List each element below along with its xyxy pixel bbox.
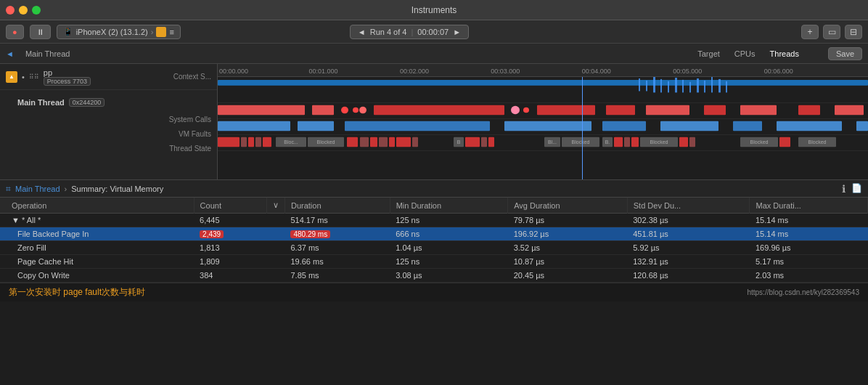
record-icon: ● [12, 28, 17, 36]
breadcrumb-mainthread[interactable]: Main Thread [15, 185, 60, 193]
svg-point-17 [353, 108, 359, 113]
tab-threads[interactable]: Threads [770, 49, 799, 58]
svg-rect-27 [798, 105, 820, 115]
max-all: 15.14 ms [750, 214, 868, 227]
next-run-icon[interactable]: ► [453, 28, 461, 36]
process-row: ▲ • ⠿⠿ pp Process 7703 Context S... [0, 64, 217, 90]
svg-rect-10 [704, 81, 705, 93]
svg-rect-57 [481, 137, 487, 147]
col-stddev[interactable]: Std Dev Du... [627, 198, 750, 214]
separator: | [411, 28, 413, 36]
syscalls-svg [218, 103, 868, 118]
svg-text:Bl...: Bl... [548, 140, 557, 145]
svg-rect-26 [740, 105, 777, 115]
col-operation[interactable]: Operation [0, 198, 194, 214]
svg-rect-65 [614, 137, 623, 147]
process-track-svg [218, 77, 868, 102]
close-button[interactable] [6, 6, 15, 15]
std-zerofill: 5.92 µs [627, 241, 750, 255]
svg-text:Blocked: Blocked [572, 140, 590, 145]
chevron-right-icon: › [151, 28, 154, 36]
col-sort[interactable]: ∨ [266, 198, 284, 214]
layout-button[interactable]: ▭ [823, 25, 840, 39]
back-button[interactable]: ◄ [6, 49, 14, 58]
op-filebacked: File Backed Page In [0, 227, 194, 241]
std-pagecache: 132.91 µs [627, 255, 750, 269]
svg-rect-7 [682, 80, 684, 93]
svg-point-20 [511, 106, 520, 114]
add-button[interactable]: + [801, 25, 819, 39]
table-row[interactable]: Copy On Write 384 7.85 ms 3.08 µs 20.45 … [0, 269, 868, 283]
std-all: 302.38 µs [627, 214, 750, 227]
toolbar: ● ⏸ 📱 iPhoneX (2) (13.1.2) › ≡ ◄ Run 4 o… [0, 20, 868, 44]
info-button[interactable]: ℹ [842, 183, 846, 195]
toolbar-right: + ▭ ⊟ [801, 25, 862, 39]
col-duration[interactable]: Duration [284, 198, 390, 214]
svg-rect-37 [856, 121, 868, 131]
instrument-icon [156, 27, 166, 37]
col-max[interactable]: Max Durati... [750, 198, 868, 214]
svg-rect-15 [312, 105, 334, 115]
col-avg[interactable]: Avg Duration [508, 198, 628, 214]
vmfaults-track [218, 119, 868, 135]
table-header: Operation Count ∨ Duration Min Duration … [0, 198, 868, 214]
dot-indicator: • [22, 73, 25, 81]
svg-rect-31 [345, 121, 490, 131]
dur-highlight: 480.29 ms [290, 230, 330, 238]
svg-rect-33 [602, 121, 646, 131]
separator-dots: ⠿⠿ [29, 73, 39, 81]
count-zerofill: 1,813 [194, 241, 266, 255]
run-label: Run 4 of 4 [370, 28, 407, 36]
device-label: iPhoneX (2) (13.1.2) [76, 28, 148, 36]
svg-rect-36 [777, 121, 842, 131]
svg-rect-28 [835, 105, 864, 115]
min-copywrite: 3.08 µs [390, 269, 507, 283]
std-copywrite: 120.68 µs [627, 269, 750, 283]
minimize-button[interactable] [19, 6, 28, 15]
prev-run-icon[interactable]: ◄ [358, 28, 366, 36]
svg-point-21 [523, 108, 529, 113]
svg-text:Blocked: Blocked [650, 140, 668, 145]
svg-rect-8 [689, 82, 691, 93]
process-track [218, 77, 868, 103]
col-min[interactable]: Min Duration [390, 198, 507, 214]
max-pagecache: 5.17 ms [750, 255, 868, 269]
svg-rect-49 [370, 137, 377, 147]
table-row[interactable]: ▼ * All * 6,445 514.17 ms 125 ns 79.78 µ… [0, 214, 868, 227]
dur-zerofill: 6.37 ms [284, 241, 390, 255]
svg-rect-1 [639, 78, 640, 92]
tab-target[interactable]: Target [697, 49, 720, 58]
count-highlight: 2,439 [200, 230, 224, 238]
svg-rect-47 [347, 137, 358, 147]
svg-rect-22 [537, 105, 595, 115]
svg-rect-3 [653, 77, 655, 92]
syscalls-track [218, 103, 868, 119]
svg-rect-11 [711, 77, 713, 92]
svg-rect-29 [218, 121, 290, 131]
pause-button[interactable]: ⏸ [30, 25, 51, 39]
svg-text:Bloc...: Bloc... [284, 140, 298, 145]
svg-rect-24 [646, 105, 689, 115]
panel-button[interactable]: ⊟ [845, 25, 862, 39]
record-button[interactable]: ● [6, 25, 24, 39]
col-count[interactable]: Count [194, 198, 266, 214]
maximize-button[interactable] [32, 6, 41, 15]
track-area[interactable]: Bloc... Blocked B [218, 77, 868, 179]
svg-rect-50 [379, 137, 388, 147]
tick-6: 00:06.000 [764, 68, 793, 75]
breadcrumb-sep: › [65, 185, 67, 193]
std-filebacked: 451.81 µs [627, 227, 750, 241]
svg-text:Blocked: Blocked [317, 140, 335, 145]
document-button[interactable]: 📄 [851, 183, 862, 195]
table-row[interactable]: Page Cache Hit 1,809 19.66 ms 125 ns 10.… [0, 255, 868, 269]
min-pagecache: 125 ns [390, 255, 507, 269]
min-zerofill: 1.04 µs [390, 241, 507, 255]
tab-cpus[interactable]: CPUs [734, 49, 756, 58]
process-id: Process 7703 [44, 77, 91, 86]
threadstate-label: Thread State [0, 141, 217, 155]
table-row[interactable]: File Backed Page In 2,439 480.29 ms 666 … [0, 227, 868, 241]
bottom-toolbar: ⌗ Main Thread › Summary: Virtual Memory … [0, 180, 868, 198]
save-button[interactable]: Save [828, 47, 862, 60]
svg-rect-2 [646, 81, 647, 92]
table-row[interactable]: Zero Fill 1,813 6.37 ms 1.04 µs 3.52 µs … [0, 241, 868, 255]
